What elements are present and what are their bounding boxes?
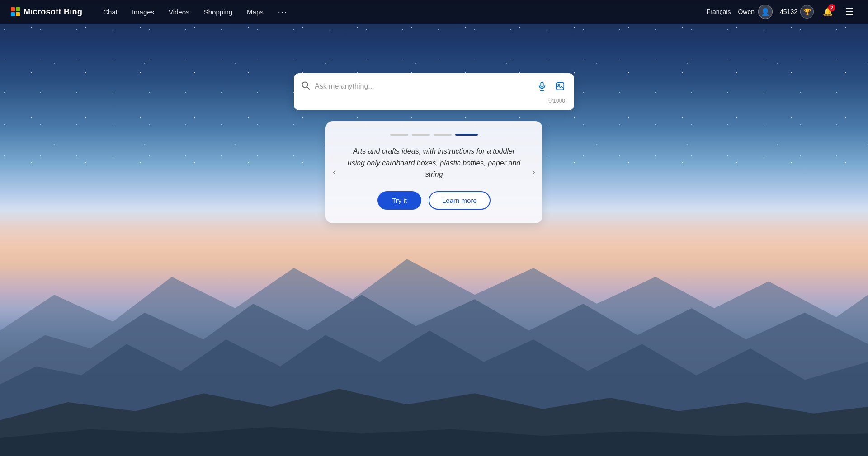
prev-suggestion-button[interactable]: ‹ bbox=[329, 163, 340, 182]
logo-sq-yellow bbox=[16, 12, 20, 16]
svg-line-6 bbox=[307, 87, 310, 89]
learn-more-button[interactable]: Learn more bbox=[429, 191, 491, 210]
trophy-icon-wrap: 🏆 bbox=[800, 5, 814, 19]
dot-2 bbox=[412, 134, 430, 136]
nav-shopping[interactable]: Shopping bbox=[198, 5, 239, 19]
mic-button[interactable] bbox=[535, 80, 549, 93]
progress-dots bbox=[344, 134, 524, 136]
nav-maps[interactable]: Maps bbox=[241, 5, 270, 19]
suggestion-card: ‹ › Arts and crafts ideas, with instruct… bbox=[326, 121, 542, 223]
nav-right: Français Owen 👤 45132 🏆 🔔 2 ☰ bbox=[707, 5, 857, 19]
svg-point-11 bbox=[558, 84, 560, 86]
notif-count: 2 bbox=[828, 4, 835, 11]
nav-videos[interactable]: Videos bbox=[162, 5, 196, 19]
user-menu[interactable]: Owen 👤 bbox=[738, 5, 773, 19]
logo-sq-green bbox=[16, 7, 20, 11]
language-selector[interactable]: Français bbox=[707, 8, 731, 15]
logo-sq-red bbox=[11, 7, 15, 11]
ms-logo bbox=[11, 7, 20, 16]
nav-more-dots[interactable]: ··· bbox=[272, 5, 294, 19]
dot-3 bbox=[434, 134, 452, 136]
points-count: 45132 bbox=[780, 8, 797, 15]
search-container: 0/1000 bbox=[294, 73, 574, 110]
svg-rect-10 bbox=[557, 83, 564, 90]
logo-text: Microsoft Bing bbox=[24, 7, 82, 17]
nav-images[interactable]: Images bbox=[126, 5, 160, 19]
nav-chat[interactable]: Chat bbox=[97, 5, 124, 19]
chevron-left-icon: ‹ bbox=[333, 166, 336, 178]
dot-4-active bbox=[455, 134, 478, 136]
try-it-button[interactable]: Try it bbox=[377, 191, 421, 210]
user-name: Owen bbox=[738, 8, 755, 15]
suggestion-buttons: Try it Learn more bbox=[344, 191, 524, 210]
search-icons-right bbox=[535, 80, 567, 93]
user-icon: 👤 bbox=[761, 8, 770, 16]
image-search-button[interactable] bbox=[553, 80, 567, 93]
search-top bbox=[301, 80, 567, 93]
svg-rect-7 bbox=[541, 82, 543, 87]
logo-sq-blue bbox=[11, 12, 15, 16]
trophy-icon: 🏆 bbox=[803, 8, 811, 15]
main-content: 0/1000 ‹ › Arts and crafts ideas, with i… bbox=[0, 24, 868, 456]
points-badge[interactable]: 45132 🏆 bbox=[780, 5, 814, 19]
navbar: Microsoft Bing Chat Images Videos Shoppi… bbox=[0, 0, 868, 24]
hamburger-menu[interactable]: ☰ bbox=[842, 5, 857, 19]
search-icon bbox=[301, 81, 310, 92]
notifications-button[interactable]: 🔔 2 bbox=[821, 5, 835, 19]
logo-area[interactable]: Microsoft Bing bbox=[11, 7, 82, 17]
dot-1 bbox=[390, 134, 408, 136]
search-input[interactable] bbox=[315, 82, 531, 90]
next-suggestion-button[interactable]: › bbox=[528, 163, 539, 182]
chevron-right-icon: › bbox=[532, 166, 535, 178]
nav-links: Chat Images Videos Shopping Maps ··· bbox=[97, 5, 707, 19]
suggestion-text: Arts and crafts ideas, with instructions… bbox=[344, 146, 524, 180]
avatar: 👤 bbox=[758, 5, 773, 19]
char-count: 0/1000 bbox=[301, 98, 567, 104]
